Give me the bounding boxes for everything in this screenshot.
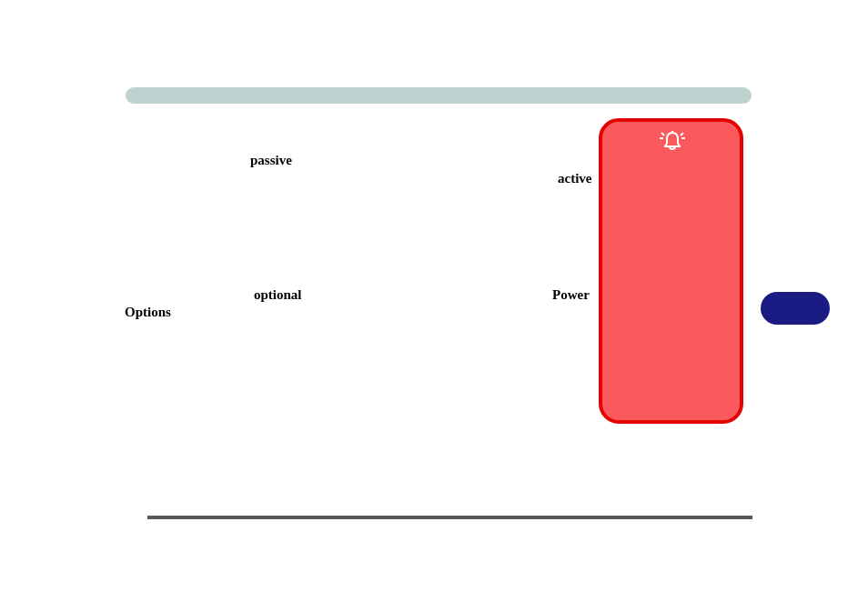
label-power: Power [552,287,590,303]
label-optional: optional [254,287,302,303]
svg-line-3 [681,133,683,135]
label-options: Options [125,305,171,320]
label-active: active [558,171,591,186]
bottom-line [147,516,752,519]
pill-button[interactable] [761,292,830,325]
svg-line-1 [661,133,664,135]
label-passive: passive [250,153,292,168]
top-bar [126,87,752,104]
red-panel [599,118,743,424]
bell-icon [660,129,685,153]
